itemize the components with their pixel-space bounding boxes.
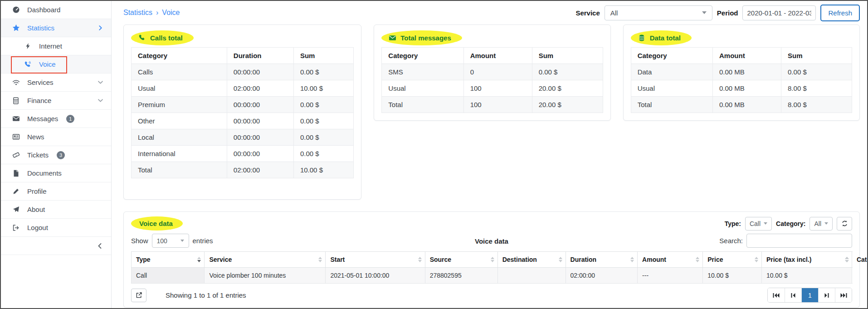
calls-total-title: Calls total: [150, 34, 183, 42]
page-number-button[interactable]: 1: [801, 288, 818, 302]
category-select[interactable]: All: [809, 217, 833, 231]
export-button[interactable]: [131, 289, 146, 302]
sidebar-item-dashboard[interactable]: Dashboard: [1, 1, 111, 19]
sidebar-item-label: Profile: [27, 187, 47, 195]
sidebar-item-documents[interactable]: Documents: [1, 164, 111, 182]
column-header: Duration: [227, 48, 293, 64]
sidebar-item-tickets[interactable]: Tickets 3: [1, 146, 111, 164]
previous-page-icon: [791, 293, 795, 298]
last-page-button[interactable]: [835, 288, 852, 302]
sort-icon: [845, 257, 849, 262]
sidebar-collapse-toggle[interactable]: [1, 237, 111, 255]
sidebar-item-logout[interactable]: Logout: [1, 219, 111, 237]
total-messages-card: Total messages Category Amount Sum SMS00…: [374, 25, 610, 121]
cell: 00:00:00: [227, 64, 293, 80]
calls-total-table: Category Duration Sum Calls00:00:000.00 …: [131, 47, 354, 178]
table-row: Usual0.00 MB8.00 $: [631, 80, 852, 97]
cell: 100: [463, 97, 532, 113]
sidebar-item-news[interactable]: News: [1, 128, 111, 146]
entries-info: Showing 1 to 1 of 1 entries: [166, 291, 246, 299]
sidebar-item-about[interactable]: About: [1, 201, 111, 219]
cell-destination: [497, 268, 566, 284]
logout-icon: [12, 224, 20, 232]
table-row: Calls00:00:000.00 $: [132, 64, 354, 80]
cell: 8.00 $: [781, 80, 852, 97]
calls-total-highlight: Calls total: [131, 30, 194, 45]
cell-service: Voice plomber 100 minutes: [205, 268, 326, 284]
sidebar-item-label: News: [27, 133, 44, 141]
cell: 8.00 $: [781, 97, 852, 113]
column-header: Amount: [463, 48, 532, 64]
search-group: Search:: [719, 234, 852, 248]
cell-type: Call: [132, 268, 205, 284]
sortable-column-type[interactable]: Type: [132, 252, 205, 268]
sortable-column-start[interactable]: Start: [326, 252, 425, 268]
show-entries-select[interactable]: 100: [152, 234, 189, 248]
service-select[interactable]: All: [605, 5, 712, 20]
sortable-column-service[interactable]: Service: [205, 252, 326, 268]
sidebar-item-voice[interactable]: Voice: [1, 55, 111, 74]
cell: International: [132, 146, 227, 162]
sortable-column-price-tax[interactable]: Price (tax incl.): [761, 252, 852, 268]
sidebar-item-messages[interactable]: Messages 1: [1, 110, 111, 128]
sidebar-item-finance[interactable]: Finance: [1, 92, 111, 110]
app-window: Dashboard Statistics Internet Voice: [0, 0, 868, 309]
reload-table-button[interactable]: [837, 217, 852, 231]
table-row: Usual02:00:0010.00 $: [132, 80, 354, 97]
table-row: Total0.00 MB8.00 $: [631, 97, 852, 113]
sortable-column-amount[interactable]: Amount: [638, 252, 703, 268]
cell-source: 278802595: [425, 268, 497, 284]
sidebar-item-label: Messages: [27, 115, 58, 123]
cell-price-tax: 10.00 $: [761, 268, 852, 284]
refresh-button[interactable]: Refresh: [820, 5, 860, 21]
type-select[interactable]: Call: [745, 217, 772, 231]
refresh-icon: [841, 220, 848, 227]
period-label: Period: [717, 9, 738, 17]
cell: 0.00 MB: [712, 80, 781, 97]
table-footer: Showing 1 to 1 of 1 entries 1: [131, 288, 852, 303]
first-page-button[interactable]: [768, 288, 785, 302]
table-row: Data0.00 MB0.00 $: [631, 64, 852, 80]
cell: Premium: [132, 97, 227, 113]
sort-icon: [418, 257, 422, 262]
cell: 00:00:00: [227, 129, 293, 146]
top-filters: Service All Period Refresh: [575, 5, 860, 21]
sortable-column-duration[interactable]: Duration: [566, 252, 638, 268]
search-input[interactable]: [746, 234, 852, 248]
column-header: Sum: [293, 48, 353, 64]
sortable-column-price[interactable]: Price: [703, 252, 762, 268]
breadcrumb-voice-current[interactable]: Voice: [162, 9, 180, 17]
search-label: Search:: [719, 237, 743, 245]
voice-data-row: Call Voice plomber 100 minutes 2021-05-0…: [132, 268, 852, 284]
sidebar-item-internet[interactable]: Internet: [1, 37, 111, 55]
sidebar-item-services[interactable]: Services: [1, 74, 111, 92]
sort-icon: [491, 257, 494, 262]
column-header: Category: [631, 48, 712, 64]
cell: 0.00 MB: [712, 64, 781, 80]
breadcrumb-statistics-link[interactable]: Statistics: [123, 9, 152, 17]
total-messages-table: Category Amount Sum SMS00.00 $ Usual1002…: [381, 47, 603, 113]
envelope-icon: [389, 34, 396, 42]
cell: Usual: [132, 80, 227, 97]
table-row: SMS00.00 $: [382, 64, 603, 80]
period-input[interactable]: [742, 5, 816, 20]
previous-page-button[interactable]: [785, 288, 801, 302]
sort-icon: [559, 257, 562, 262]
sidebar-item-profile[interactable]: Profile: [1, 182, 111, 201]
pencil-icon: [12, 187, 20, 196]
phone-icon: [138, 34, 146, 42]
next-page-button[interactable]: [818, 288, 835, 302]
cell: Data: [631, 64, 712, 80]
sortable-column-destination[interactable]: Destination: [497, 252, 566, 268]
column-header: Sum: [532, 48, 603, 64]
sidebar-item-label: Tickets: [27, 151, 49, 159]
category-label: Category:: [776, 220, 805, 227]
wifi-icon: [12, 78, 20, 87]
entries-label: entries: [193, 237, 213, 245]
table-row: Total10020.00 $: [382, 97, 603, 113]
cell: 0: [463, 64, 532, 80]
caret-down-icon: [764, 222, 767, 225]
sortable-column-source[interactable]: Source: [425, 252, 497, 268]
sidebar-item-label: Logout: [27, 224, 48, 231]
sidebar-item-statistics[interactable]: Statistics: [1, 19, 111, 37]
